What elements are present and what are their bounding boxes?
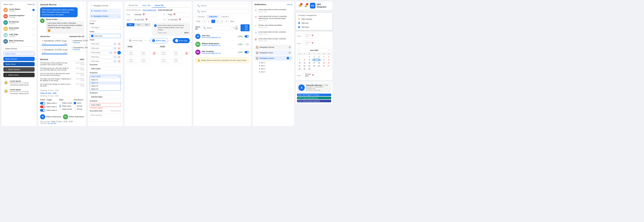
- date-picker-2[interactable]: Choose date 📅: [304, 40, 318, 46]
- toggle-0[interactable]: [244, 35, 249, 38]
- nav-sub-item-2[interactable]: Item 2: [258, 64, 292, 67]
- tab-normal[interactable]: Normal Tab: [126, 4, 140, 8]
- switch-0[interactable]: [40, 102, 45, 105]
- search-input-1[interactable]: [201, 5, 247, 7]
- add-team-item[interactable]: 👥 Add team: [297, 25, 332, 29]
- nav-sub-item-3[interactable]: Item 3: [258, 67, 292, 70]
- radio-2[interactable]: [59, 108, 61, 110]
- pag-tab-2[interactable]: Pagination: [207, 15, 219, 18]
- download-link-1[interactable]: ↓ Download: [72, 42, 80, 44]
- nav-item-active[interactable]: Navigation Active ›: [90, 14, 121, 19]
- by-date-btn[interactable]: ⇅ By date: [232, 25, 240, 31]
- edit-company-item[interactable]: ✏️ Edit company: [297, 17, 332, 21]
- field-add-btn-3[interactable]: +: [113, 55, 117, 59]
- field-remove-btn-1[interactable]: ✕: [117, 42, 121, 46]
- field-add-btn-4[interactable]: +: [113, 60, 117, 63]
- field-checkbox[interactable]: ✓: [91, 35, 94, 37]
- select-all-link[interactable]: Select all: [27, 4, 34, 5]
- checkbox-2[interactable]: [74, 108, 76, 110]
- search-input-2[interactable]: [201, 11, 247, 13]
- to-date-1[interactable]: Today 📅: [167, 13, 190, 17]
- button-hover-1[interactable]: Button Hover: [4, 52, 34, 56]
- pag-tab-1[interactable]: Pagination: [196, 15, 207, 18]
- users-search-input[interactable]: [207, 27, 229, 29]
- users-search[interactable]: 🔍: [201, 26, 231, 30]
- user-item-3[interactable]: BH Bella Hadid Function: [4, 26, 34, 32]
- button-primary-hover-1[interactable]: Button Hover: [4, 62, 34, 66]
- field-add-btn-2[interactable]: +: [113, 47, 117, 50]
- from-date-2[interactable]: 10 June 2021 📅: [133, 18, 156, 22]
- dropdown-select-1[interactable]: Select Option: [90, 67, 121, 71]
- toggle-1[interactable]: [244, 43, 249, 46]
- nav-sub-item-4[interactable]: Item 4: [258, 70, 292, 74]
- user-checkbox-4[interactable]: [32, 34, 34, 36]
- user-item-5[interactable]: MZ Mark Zuckerberg Function: [4, 38, 34, 45]
- nav-item-normal[interactable]: Navigation Normal: [90, 4, 121, 8]
- step-done[interactable]: ✓ Done Step: [173, 38, 190, 43]
- inner-tab-2[interactable]: Tab 2: [135, 23, 142, 26]
- radio-0[interactable]: [59, 102, 61, 104]
- nav-item-hover[interactable]: Navigation Hover: [90, 9, 121, 13]
- field-remove-btn-3[interactable]: ✕: [117, 55, 121, 59]
- msg-col-header[interactable]: MESSAGE: [40, 59, 71, 60]
- user-item-0[interactable]: JB Justin Bieber Function ✓: [4, 7, 34, 13]
- tab-hover[interactable]: Hover Tab: [140, 4, 152, 8]
- add-user-item[interactable]: 👤 Add user: [297, 21, 332, 25]
- toggle-2[interactable]: [244, 51, 249, 53]
- upload-close-1[interactable]: ✕: [42, 40, 43, 42]
- user-item-1[interactable]: CA Christina Aguilera Function: [4, 13, 34, 20]
- more-options-icon[interactable]: ···: [82, 4, 84, 6]
- bell-btn[interactable]: 🔔 3: [304, 4, 308, 8]
- today-cell[interactable]: 3: [316, 56, 321, 58]
- field-move-btn[interactable]: ⋮⋮: [117, 51, 121, 55]
- page-btn-1[interactable]: 1: [202, 20, 206, 23]
- field-input-4[interactable]: [90, 60, 112, 63]
- step-active[interactable]: 2 Active Step: [150, 38, 168, 43]
- user-checkbox-3[interactable]: [32, 28, 34, 30]
- cal-next[interactable]: ›: [329, 49, 330, 51]
- field-add-btn-1[interactable]: +: [113, 42, 117, 46]
- dropdown-option-1[interactable]: Option #1: [90, 78, 121, 81]
- field-remove-btn-2[interactable]: ✕: [117, 47, 121, 50]
- add-user-btn[interactable]: 👤+ Add new user: [240, 24, 250, 31]
- nav-sub-item-1[interactable]: Item 1: [258, 61, 292, 64]
- download-link-2[interactable]: ↓ Download: [72, 49, 80, 50]
- page-btn-2[interactable]: 2: [207, 20, 211, 23]
- date-picker-1[interactable]: Choose date 📅: [304, 33, 318, 38]
- field-add-btn-move[interactable]: +: [109, 51, 112, 55]
- profile-edit-link[interactable]: ✏️ Edit: [323, 84, 328, 86]
- page-btn-5[interactable]: 5: [220, 20, 224, 23]
- button-primary-1[interactable]: Button Normal: [4, 57, 34, 61]
- to-date-2[interactable]: 11 June 2021 📅: [167, 18, 190, 22]
- description-textarea[interactable]: [90, 113, 121, 121]
- user-checkbox-5[interactable]: [32, 40, 34, 43]
- radio-1[interactable]: [59, 105, 61, 107]
- inner-tab-3[interactable]: Tab 3: [143, 23, 151, 26]
- page-btn-3[interactable]: 3: [212, 20, 215, 23]
- pag-tab-3[interactable]: Pagination: [219, 15, 231, 18]
- user-checkbox-1[interactable]: [32, 15, 34, 18]
- checkbox-field-group[interactable]: ✓ Field name: [90, 34, 121, 38]
- field-remove-btn-move[interactable]: ✕: [113, 51, 117, 55]
- field-input-move[interactable]: [90, 51, 108, 55]
- table-more-1[interactable]: ⋮: [155, 46, 157, 49]
- delete-row-1[interactable]: 🗑: [152, 52, 156, 55]
- page-btn-6[interactable]: 6: [224, 20, 228, 23]
- date-col-header[interactable]: DATE: [71, 59, 84, 60]
- inner-tab-1[interactable]: Tab 1: [127, 23, 134, 26]
- firstname-input[interactable]: [90, 26, 121, 30]
- dropdown-option-2[interactable]: Option #2: [90, 81, 121, 84]
- user-checkbox-2[interactable]: [32, 22, 34, 24]
- table-more-2[interactable]: ⋮: [188, 46, 190, 49]
- field-input-2[interactable]: [90, 46, 112, 50]
- from-date-1[interactable]: Yesterday 📅: [133, 13, 156, 17]
- button-danger-hover-1[interactable]: ⋮ Button Hover: [4, 73, 34, 77]
- nav-expand-hover[interactable]: 🏠 Navigation Hover 4: [254, 50, 292, 55]
- switch-2[interactable]: [40, 109, 45, 112]
- switch-1[interactable]: [40, 106, 45, 108]
- tab-active[interactable]: Active Tab: [152, 4, 166, 8]
- next-btn[interactable]: Next: [229, 20, 236, 23]
- view-all-link[interactable]: View all: [287, 4, 292, 6]
- user-item-4[interactable]: LG Lady Gaga Function: [4, 32, 34, 38]
- field-input-3[interactable]: [90, 55, 112, 59]
